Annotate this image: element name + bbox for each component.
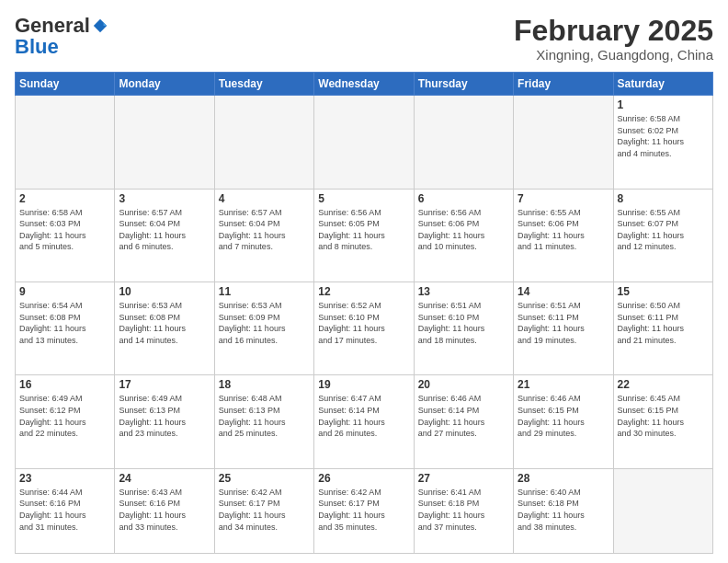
day-info: Sunrise: 6:51 AM Sunset: 6:11 PM Dayligh… [518,300,609,346]
calendar-header-thursday: Thursday [414,73,513,96]
day-number: 15 [618,285,709,298]
day-number: 19 [318,378,409,391]
calendar-week-row: 1Sunrise: 6:58 AM Sunset: 6:02 PM Daylig… [16,96,713,189]
day-number: 3 [119,192,210,205]
day-info: Sunrise: 6:53 AM Sunset: 6:08 PM Dayligh… [119,300,210,346]
day-info: Sunrise: 6:54 AM Sunset: 6:08 PM Dayligh… [19,300,110,346]
day-info: Sunrise: 6:50 AM Sunset: 6:11 PM Dayligh… [618,300,709,346]
day-number: 11 [219,285,310,298]
calendar-cell: 23Sunrise: 6:44 AM Sunset: 6:16 PM Dayli… [16,468,115,553]
calendar-cell [414,96,513,189]
calendar-cell: 12Sunrise: 6:52 AM Sunset: 6:10 PM Dayli… [314,282,414,375]
day-info: Sunrise: 6:46 AM Sunset: 6:15 PM Dayligh… [518,393,609,439]
calendar-header-saturday: Saturday [613,73,712,96]
day-info: Sunrise: 6:53 AM Sunset: 6:09 PM Dayligh… [219,300,310,346]
calendar-cell: 3Sunrise: 6:57 AM Sunset: 6:04 PM Daylig… [115,189,214,282]
calendar-cell: 13Sunrise: 6:51 AM Sunset: 6:10 PM Dayli… [414,282,513,375]
calendar-cell: 27Sunrise: 6:41 AM Sunset: 6:18 PM Dayli… [414,468,513,553]
day-number: 20 [418,378,509,391]
day-number: 13 [418,285,509,298]
day-info: Sunrise: 6:42 AM Sunset: 6:17 PM Dayligh… [219,487,310,533]
calendar-cell [314,96,414,189]
calendar-cell: 22Sunrise: 6:45 AM Sunset: 6:15 PM Dayli… [613,375,712,468]
day-number: 18 [219,378,310,391]
calendar-cell [613,468,712,553]
calendar-table: SundayMondayTuesdayWednesdayThursdayFrid… [15,72,713,554]
calendar-cell: 2Sunrise: 6:58 AM Sunset: 6:03 PM Daylig… [16,189,115,282]
day-info: Sunrise: 6:45 AM Sunset: 6:15 PM Dayligh… [618,393,709,439]
day-info: Sunrise: 6:56 AM Sunset: 6:05 PM Dayligh… [318,207,409,253]
location: Xingning, Guangdong, China [514,47,713,63]
day-number: 10 [119,285,210,298]
calendar-cell [214,96,313,189]
day-info: Sunrise: 6:56 AM Sunset: 6:06 PM Dayligh… [418,207,509,253]
day-number: 14 [518,285,609,298]
logo-general: General [15,15,90,37]
day-info: Sunrise: 6:55 AM Sunset: 6:06 PM Dayligh… [518,207,609,253]
calendar-week-row: 2Sunrise: 6:58 AM Sunset: 6:03 PM Daylig… [16,189,713,282]
calendar-cell: 20Sunrise: 6:46 AM Sunset: 6:14 PM Dayli… [414,375,513,468]
day-number: 22 [618,378,709,391]
calendar-cell: 7Sunrise: 6:55 AM Sunset: 6:06 PM Daylig… [514,189,613,282]
day-info: Sunrise: 6:46 AM Sunset: 6:14 PM Dayligh… [418,393,509,439]
day-info: Sunrise: 6:49 AM Sunset: 6:12 PM Dayligh… [19,393,110,439]
day-number: 23 [19,472,110,485]
month-title: February 2025 [514,15,713,47]
day-number: 25 [219,472,310,485]
calendar-cell: 14Sunrise: 6:51 AM Sunset: 6:11 PM Dayli… [514,282,613,375]
day-info: Sunrise: 6:58 AM Sunset: 6:03 PM Dayligh… [19,207,110,253]
day-number: 17 [119,378,210,391]
logo-text: General [15,15,108,37]
day-info: Sunrise: 6:57 AM Sunset: 6:04 PM Dayligh… [219,207,310,253]
calendar-header-monday: Monday [115,73,214,96]
calendar-cell [115,96,214,189]
day-number: 27 [418,472,509,485]
day-number: 5 [318,192,409,205]
day-number: 1 [618,98,709,111]
day-number: 4 [219,192,310,205]
calendar-cell: 19Sunrise: 6:47 AM Sunset: 6:14 PM Dayli… [314,375,414,468]
calendar-cell: 28Sunrise: 6:40 AM Sunset: 6:18 PM Dayli… [514,468,613,553]
day-info: Sunrise: 6:40 AM Sunset: 6:18 PM Dayligh… [518,487,609,533]
calendar-cell: 26Sunrise: 6:42 AM Sunset: 6:17 PM Dayli… [314,468,414,553]
title-block: February 2025 Xingning, Guangdong, China [514,15,713,63]
day-number: 12 [318,285,409,298]
calendar-cell [514,96,613,189]
day-number: 8 [618,192,709,205]
page: General Blue February 2025 Xingning, Gua… [0,0,728,563]
day-info: Sunrise: 6:52 AM Sunset: 6:10 PM Dayligh… [318,300,409,346]
day-number: 24 [119,472,210,485]
calendar-cell: 8Sunrise: 6:55 AM Sunset: 6:07 PM Daylig… [613,189,712,282]
calendar-header-friday: Friday [514,73,613,96]
day-info: Sunrise: 6:44 AM Sunset: 6:16 PM Dayligh… [19,487,110,533]
calendar-week-row: 16Sunrise: 6:49 AM Sunset: 6:12 PM Dayli… [16,375,713,468]
calendar-cell: 10Sunrise: 6:53 AM Sunset: 6:08 PM Dayli… [115,282,214,375]
calendar-week-row: 9Sunrise: 6:54 AM Sunset: 6:08 PM Daylig… [16,282,713,375]
calendar-cell: 5Sunrise: 6:56 AM Sunset: 6:05 PM Daylig… [314,189,414,282]
calendar-cell: 21Sunrise: 6:46 AM Sunset: 6:15 PM Dayli… [514,375,613,468]
day-number: 7 [518,192,609,205]
calendar-header-tuesday: Tuesday [214,73,313,96]
logo-icon [92,17,108,34]
logo-blue-text: Blue [15,37,59,57]
day-info: Sunrise: 6:51 AM Sunset: 6:10 PM Dayligh… [418,300,509,346]
day-number: 16 [19,378,110,391]
calendar-cell: 1Sunrise: 6:58 AM Sunset: 6:02 PM Daylig… [613,96,712,189]
day-info: Sunrise: 6:43 AM Sunset: 6:16 PM Dayligh… [119,487,210,533]
calendar-week-row: 23Sunrise: 6:44 AM Sunset: 6:16 PM Dayli… [16,468,713,553]
day-info: Sunrise: 6:48 AM Sunset: 6:13 PM Dayligh… [219,393,310,439]
calendar-cell: 4Sunrise: 6:57 AM Sunset: 6:04 PM Daylig… [214,189,313,282]
calendar-header-row: SundayMondayTuesdayWednesdayThursdayFrid… [16,73,713,96]
day-info: Sunrise: 6:47 AM Sunset: 6:14 PM Dayligh… [318,393,409,439]
calendar-cell: 16Sunrise: 6:49 AM Sunset: 6:12 PM Dayli… [16,375,115,468]
calendar-cell: 24Sunrise: 6:43 AM Sunset: 6:16 PM Dayli… [115,468,214,553]
day-number: 2 [19,192,110,205]
day-info: Sunrise: 6:58 AM Sunset: 6:02 PM Dayligh… [618,113,709,159]
header: General Blue February 2025 Xingning, Gua… [15,15,713,63]
calendar-header-wednesday: Wednesday [314,73,414,96]
day-number: 6 [418,192,509,205]
calendar-cell: 6Sunrise: 6:56 AM Sunset: 6:06 PM Daylig… [414,189,513,282]
calendar-cell: 17Sunrise: 6:49 AM Sunset: 6:13 PM Dayli… [115,375,214,468]
calendar-cell: 11Sunrise: 6:53 AM Sunset: 6:09 PM Dayli… [214,282,313,375]
day-info: Sunrise: 6:41 AM Sunset: 6:18 PM Dayligh… [418,487,509,533]
